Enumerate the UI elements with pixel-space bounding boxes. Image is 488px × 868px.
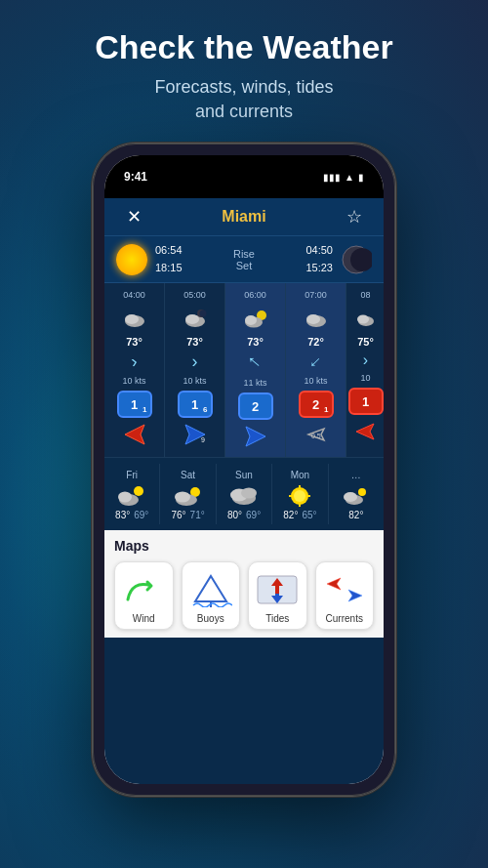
svg-text:0.5: 0.5 (311, 433, 321, 439)
day-icon-extra (329, 482, 384, 510)
nav-bar: ✕ Miami ☆ (104, 198, 384, 236)
day-icon-mon (272, 482, 327, 510)
wind-dir-4: › (346, 350, 384, 371)
day-temps-sun: 80° 69° (217, 510, 271, 520)
day-icon-sun (217, 482, 271, 510)
tide-1: 16 (178, 391, 213, 418)
day-hi-fri: 83° (115, 510, 130, 520)
wind-dir-1: › (165, 350, 224, 374)
day-hi-extra: 82° (348, 510, 363, 520)
current-0 (117, 421, 152, 448)
day-col-extra: … 82° (329, 464, 384, 524)
svg-text:9: 9 (201, 436, 205, 443)
svg-marker-4 (125, 425, 144, 444)
hour-label-1: 05:00 (165, 287, 224, 303)
page-title: Check the Weather (39, 27, 449, 67)
daily-row: Fri 83° 69° (104, 464, 384, 524)
wind-speed-4: 10 (346, 371, 384, 385)
weather-icon-3 (286, 303, 346, 334)
svg-marker-40 (195, 576, 226, 601)
hour-col-0: 04:00 73° › 10 kts 11 (104, 283, 165, 457)
svg-point-6 (185, 314, 199, 324)
day-temps-extra: 82° (329, 510, 384, 520)
page-header: Check the Weather Forecasts, winds, tide… (0, 0, 488, 144)
hourly-table: 04:00 73° › 10 kts 11 (104, 283, 384, 457)
tide-3: 21 (299, 391, 334, 418)
hourly-section[interactable]: 04:00 73° › 10 kts 11 (104, 283, 384, 457)
day-col-fri: Fri 83° 69° (104, 464, 160, 524)
status-icons: ▮▮▮ ▲ ▮ (323, 172, 364, 183)
day-hi-mon: 82° (283, 510, 298, 520)
hour-label-0: 04:00 (104, 287, 164, 303)
hour-col-4: 08 75° › 10 1 (346, 283, 384, 457)
svg-point-30 (241, 488, 257, 499)
moon-icon (341, 244, 372, 275)
svg-point-24 (118, 492, 132, 503)
weather-icon-4 (346, 303, 384, 334)
map-card-buoys[interactable]: Buoys (182, 561, 241, 630)
hour-col-1: 05:00 73° › 10 kts 16 (165, 283, 225, 457)
sun-moon-row: 06:54 18:15 Rise Set 04:50 15:23 (104, 236, 384, 283)
day-col-sun: Sun 80° 69° (217, 464, 272, 524)
day-label-sat: Sat (160, 468, 215, 482)
sun-icon (116, 244, 147, 275)
rise-set-labels: Rise Set (217, 248, 270, 271)
svg-marker-48 (348, 590, 362, 601)
set-label: Set (217, 260, 270, 271)
signal-icon: ▮▮▮ (323, 172, 341, 183)
wind-label: Wind (119, 613, 169, 624)
tide-4: 1 (348, 388, 384, 415)
daily-section: Fri 83° 69° (104, 457, 384, 530)
map-card-tides[interactable]: Tides (248, 561, 307, 630)
page-subtitle: Forecasts, winds, tidesand currents (39, 75, 449, 124)
sunrise-time: 06:54 (155, 242, 209, 260)
svg-point-27 (175, 492, 190, 503)
phone-inner: 9:41 ▮▮▮ ▲ ▮ ✕ Miami ☆ 06:54 18:15 (104, 155, 384, 784)
weather-icon-0 (104, 303, 164, 334)
close-button[interactable]: ✕ (120, 206, 147, 227)
phone-frame: 9:41 ▮▮▮ ▲ ▮ ✕ Miami ☆ 06:54 18:15 (93, 144, 395, 796)
day-lo-fri: 69° (134, 510, 148, 520)
maps-title: Maps (114, 538, 374, 554)
day-icon-sat (160, 482, 215, 510)
current-4 (348, 418, 384, 445)
tide-2: 2 (238, 393, 273, 420)
tides-icon (253, 570, 303, 609)
day-lo-mon: 65° (302, 510, 316, 520)
maps-section: Maps Wind (104, 530, 384, 638)
moon-times: 04:50 15:23 (279, 242, 333, 276)
map-card-wind[interactable]: Wind (114, 561, 174, 630)
svg-point-22 (134, 486, 143, 496)
currents-icon (320, 570, 370, 609)
day-label-mon: Mon (272, 468, 327, 482)
location-title[interactable]: Miami (222, 208, 265, 226)
svg-point-8 (199, 310, 206, 317)
svg-rect-44 (275, 586, 279, 594)
day-lo-sat: 71° (190, 510, 205, 520)
app-content: ✕ Miami ☆ 06:54 18:15 Rise Set 04:50 15:… (104, 198, 384, 784)
rise-label: Rise (217, 248, 270, 260)
favorite-button[interactable]: ☆ (341, 206, 368, 227)
day-hi-sat: 76° (171, 510, 185, 520)
weather-icon-2 (225, 303, 285, 334)
weather-icon-1 (165, 303, 224, 334)
status-bar: 9:41 ▮▮▮ ▲ ▮ (104, 155, 384, 198)
temp-1: 73° (165, 334, 224, 350)
day-icon-fri (104, 482, 159, 510)
status-time: 9:41 (124, 170, 147, 184)
svg-point-37 (358, 488, 366, 496)
wind-icon (119, 570, 169, 609)
svg-point-16 (306, 314, 320, 324)
tides-label: Tides (253, 613, 303, 624)
day-col-mon: Mon (272, 464, 328, 524)
svg-point-13 (245, 315, 257, 325)
day-temps-fri: 83° 69° (104, 510, 159, 520)
map-card-currents[interactable]: Currents (315, 561, 375, 630)
tide-0: 11 (117, 391, 152, 418)
current-2 (238, 423, 273, 450)
hour-label-3: 07:00 (286, 287, 346, 303)
sunset-time: 18:15 (155, 260, 209, 277)
day-hi-sun: 80° (227, 510, 242, 520)
temp-4: 75° (346, 334, 384, 350)
hour-label-4: 08 (346, 287, 384, 303)
